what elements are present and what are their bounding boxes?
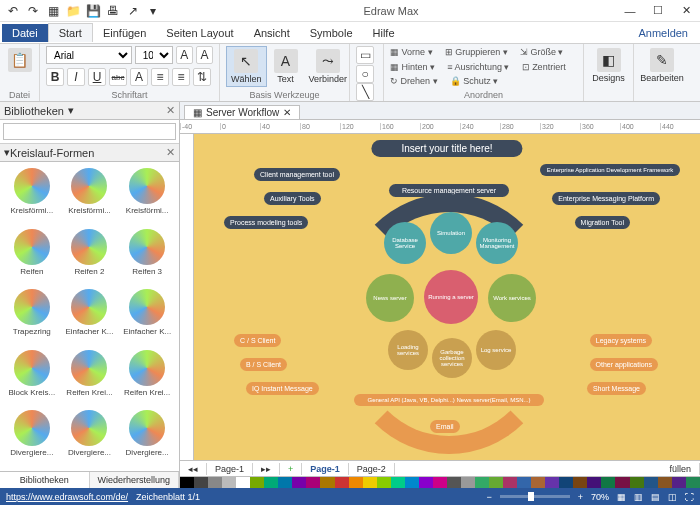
text-tool[interactable]: AText: [270, 47, 302, 86]
paste-button[interactable]: 📋: [6, 46, 33, 74]
color-swatch[interactable]: [377, 477, 391, 488]
color-swatch[interactable]: [222, 477, 236, 488]
save-icon[interactable]: 💾: [84, 2, 102, 20]
pill-left-1[interactable]: Client management tool: [254, 168, 340, 181]
pill-right-2[interactable]: Enterprise Messaging Platform: [552, 192, 660, 205]
circ-log[interactable]: Log service: [476, 330, 516, 370]
page-2[interactable]: Page-2: [349, 463, 395, 475]
nav-prev[interactable]: ◂◂: [180, 463, 207, 475]
zoom-slider[interactable]: [500, 495, 570, 498]
shape-item[interactable]: Divergiere...: [4, 408, 60, 467]
zoom-level[interactable]: 70%: [591, 492, 609, 502]
section-close-icon[interactable]: ✕: [166, 146, 175, 159]
center-btn[interactable]: ⊡ Zentriert: [522, 62, 566, 72]
color-swatch[interactable]: [672, 477, 686, 488]
send-back[interactable]: ▦ Hinten ▾: [390, 62, 435, 72]
color-swatch[interactable]: [630, 477, 644, 488]
color-swatch[interactable]: [278, 477, 292, 488]
tab-view[interactable]: Ansicht: [244, 24, 300, 42]
view-mode3-icon[interactable]: ▤: [651, 492, 660, 502]
lib-tab-recovery[interactable]: Wiederherstellung: [90, 472, 180, 488]
add-page[interactable]: +: [280, 463, 302, 475]
undo-icon[interactable]: ↶: [4, 2, 22, 20]
pill-ol1[interactable]: C / S Client: [234, 334, 281, 347]
shape-item[interactable]: Kreisförmi...: [4, 166, 60, 225]
circ-run[interactable]: Running a server: [424, 270, 478, 324]
shape-item[interactable]: Trapezring: [4, 287, 60, 346]
shape-item[interactable]: Reifen Krei...: [62, 348, 118, 407]
designs-button[interactable]: ◧Designs: [590, 46, 627, 85]
export-icon[interactable]: ↗: [124, 2, 142, 20]
minimize-icon[interactable]: —: [616, 0, 644, 22]
view-mode1-icon[interactable]: ▦: [617, 492, 626, 502]
document-tab[interactable]: ▦ Server Workflow ✕: [184, 105, 300, 119]
maximize-icon[interactable]: ☐: [644, 0, 672, 22]
align-btn[interactable]: ≡ Ausrichtung ▾: [447, 62, 509, 72]
align-icon[interactable]: ≡: [172, 68, 190, 86]
color-swatch[interactable]: [644, 477, 658, 488]
page-1a[interactable]: Page-1: [207, 463, 253, 475]
color-swatch[interactable]: [517, 477, 531, 488]
shape-item[interactable]: Reifen 3: [119, 227, 175, 286]
italic-button[interactable]: I: [67, 68, 85, 86]
color-swatch[interactable]: [531, 477, 545, 488]
qat-more-icon[interactable]: ▾: [144, 2, 162, 20]
pill-ob1[interactable]: General API (Java, VB, Delphi...) News s…: [354, 394, 544, 406]
shape-item[interactable]: Block Kreis...: [4, 348, 60, 407]
color-swatch[interactable]: [433, 477, 447, 488]
color-swatch[interactable]: [320, 477, 334, 488]
color-swatch[interactable]: [658, 477, 672, 488]
shape-item[interactable]: Reifen: [4, 227, 60, 286]
pill-ob2[interactable]: Email: [430, 420, 460, 433]
color-swatch[interactable]: [306, 477, 320, 488]
file-menu[interactable]: Datei: [2, 24, 48, 42]
close-icon[interactable]: ✕: [672, 0, 700, 22]
underline-button[interactable]: U: [88, 68, 106, 86]
color-swatch[interactable]: [363, 477, 377, 488]
color-swatch[interactable]: [250, 477, 264, 488]
connector-tool[interactable]: ⤳Verbinder: [305, 47, 352, 86]
tab-symbols[interactable]: Symbole: [300, 24, 363, 42]
size-btn[interactable]: ⇲ Größe ▾: [520, 47, 564, 57]
font-color-icon[interactable]: A: [130, 68, 148, 86]
color-swatch[interactable]: [419, 477, 433, 488]
pill-left-3[interactable]: Process modeling tools: [224, 216, 308, 229]
rotate-btn[interactable]: ↻ Drehen ▾: [390, 76, 438, 86]
pill-right-3[interactable]: Migration Tool: [575, 216, 630, 229]
canvas[interactable]: Insert your title here! Client managemen…: [194, 134, 700, 460]
pill-right-1[interactable]: Enterprise Application Development Frame…: [540, 164, 680, 176]
fullscreen-icon[interactable]: ⛶: [685, 492, 694, 502]
color-swatch[interactable]: [503, 477, 517, 488]
color-swatch[interactable]: [405, 477, 419, 488]
group-btn[interactable]: ⊞ Gruppieren ▾: [445, 47, 508, 57]
color-swatch[interactable]: [264, 477, 278, 488]
view-mode2-icon[interactable]: ▥: [634, 492, 643, 502]
color-swatch[interactable]: [461, 477, 475, 488]
redo-icon[interactable]: ↷: [24, 2, 42, 20]
diagram-title[interactable]: Insert your title here!: [371, 140, 522, 157]
color-swatch[interactable]: [615, 477, 629, 488]
color-swatch[interactable]: [489, 477, 503, 488]
shape-item[interactable]: Kreisförmi...: [119, 166, 175, 225]
bring-front[interactable]: ▦ Vorne ▾: [390, 47, 433, 57]
shape-rect-icon[interactable]: ▭: [356, 46, 374, 64]
pill-ol3[interactable]: IQ Instant Message: [246, 382, 319, 395]
strike-button[interactable]: abc: [109, 68, 127, 86]
spacing-icon[interactable]: ⇅: [193, 68, 211, 86]
circ-db[interactable]: Database Service: [384, 222, 426, 264]
shape-item[interactable]: Divergiere...: [62, 408, 118, 467]
pill-or3[interactable]: Short Message: [587, 382, 646, 395]
zoom-in-icon[interactable]: +: [578, 492, 583, 502]
pill-ol2[interactable]: B / S Client: [240, 358, 287, 371]
nav-next[interactable]: ▸▸: [253, 463, 280, 475]
circ-sim[interactable]: Simulation: [430, 212, 472, 254]
color-swatch[interactable]: [447, 477, 461, 488]
select-tool[interactable]: ↖Wählen: [226, 46, 267, 87]
pill-or1[interactable]: Legacy systems: [590, 334, 652, 347]
shape-item[interactable]: Divergiere...: [119, 408, 175, 467]
section-header[interactable]: ▾ Kreislauf-Formen ✕: [0, 144, 179, 162]
color-swatch[interactable]: [545, 477, 559, 488]
color-swatch[interactable]: [194, 477, 208, 488]
color-swatch[interactable]: [349, 477, 363, 488]
print-icon[interactable]: 🖶: [104, 2, 122, 20]
